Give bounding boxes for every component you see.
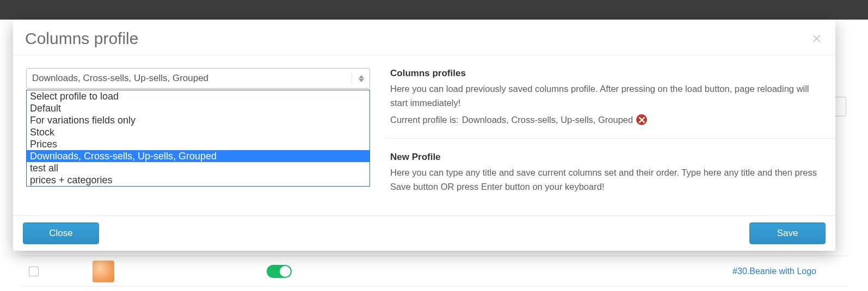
- profile-select-value: Downloads, Cross-sells, Up-sells, Groupe…: [32, 73, 208, 84]
- left-column: Downloads, Cross-sells, Up-sells, Groupe…: [26, 68, 385, 214]
- current-profile-prefix: Current profile is:: [390, 115, 459, 125]
- bg-row: #15.Cap: [19, 286, 849, 291]
- modal-header: Columns profile: [13, 20, 835, 55]
- profile-option[interactable]: Prices: [27, 138, 370, 150]
- select-separator: [352, 73, 352, 84]
- product-thumb: [93, 261, 114, 282]
- profile-option[interactable]: Default: [27, 102, 370, 114]
- profile-select[interactable]: Downloads, Cross-sells, Up-sells, Groupe…: [26, 68, 370, 89]
- checkbox-icon: [29, 267, 39, 276]
- profile-option[interactable]: prices + categories: [27, 174, 370, 186]
- profiles-description: Here you can load previously saved colum…: [390, 82, 821, 110]
- profile-option[interactable]: Stock: [27, 126, 370, 138]
- toggle-icon: [267, 265, 292, 278]
- modal-body: Downloads, Cross-sells, Up-sells, Groupe…: [13, 55, 835, 215]
- sort-arrows-icon: [359, 75, 364, 82]
- modal-footer: Close Save: [13, 215, 835, 251]
- close-icon[interactable]: [811, 33, 823, 45]
- current-profile-line: Current profile is: Downloads, Cross-sel…: [390, 114, 821, 125]
- profile-option[interactable]: test all: [27, 162, 370, 174]
- profiles-heading: Columns profiles: [390, 68, 821, 79]
- profile-dropdown[interactable]: Select profile to loadDefaultFor variati…: [26, 90, 370, 187]
- new-profile-heading: New Profile: [390, 152, 821, 163]
- columns-profile-modal: Columns profile Downloads, Cross-sells, …: [13, 20, 835, 251]
- bg-topbar: [0, 0, 868, 20]
- right-column: Columns profiles Here you can load previ…: [385, 68, 821, 214]
- modal-title: Columns profile: [25, 29, 138, 48]
- profile-option[interactable]: For variations fields only: [27, 114, 370, 126]
- profile-option[interactable]: Downloads, Cross-sells, Up-sells, Groupe…: [27, 150, 370, 162]
- current-profile-value: Downloads, Cross-sells, Up-sells, Groupe…: [462, 115, 633, 125]
- new-profile-description: Here you can type any title and save cur…: [390, 166, 821, 194]
- delete-profile-icon[interactable]: [636, 114, 647, 125]
- save-button[interactable]: Save: [749, 222, 826, 244]
- profile-option[interactable]: Select profile to load: [27, 90, 370, 102]
- bg-row: #30.Beanie with Logo: [19, 256, 849, 286]
- bg-row-label: #30.Beanie with Logo: [732, 267, 816, 276]
- close-button[interactable]: Close: [23, 222, 99, 244]
- section-divider: [386, 138, 835, 139]
- bg-table-rows: #30.Beanie with Logo #15.Cap: [19, 250, 849, 291]
- modal-scroll-area[interactable]: Downloads, Cross-sells, Up-sells, Groupe…: [13, 56, 835, 215]
